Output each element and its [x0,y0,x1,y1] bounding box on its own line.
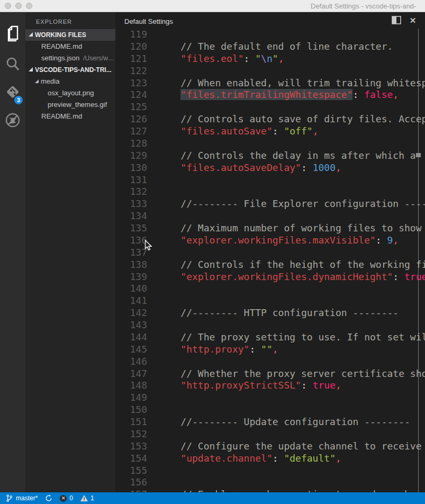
line-number: 127 [115,125,147,138]
code-line-156[interactable]: 156 [115,476,425,489]
line-content: // When enabled, will trim trailing whit… [158,77,425,89]
tree-item-readme-md[interactable]: README.md [25,111,115,122]
file-path-hint: /Users/w… [83,55,114,62]
code-line-151[interactable]: 151 //-------- Update configuration ----… [115,416,425,428]
line-number: 134 [115,210,147,222]
line-number: 131 [115,174,147,186]
code-line-130[interactable]: 130 "files.autoSaveDelay": 1000, [115,162,425,174]
close-editor-button[interactable]: ✕ [408,16,418,25]
line-number: 149 [115,392,147,404]
code-line-152[interactable]: 152 [115,428,425,440]
sidebar-item-search[interactable] [0,50,25,78]
editor-title-bar: Default Settings ✕ [115,12,425,29]
line-number: 143 [115,319,147,331]
code-line-155[interactable]: 155 [115,465,425,477]
tree-item-preview-themes-gif[interactable]: preview_themes.gif [25,99,115,111]
tree-item-media[interactable]: media [25,76,115,87]
line-number: 139 [115,271,147,283]
line-number: 147 [115,368,147,380]
chevron-expanded-icon [35,79,39,83]
sync-button[interactable] [45,492,52,504]
code-line-133[interactable]: 133 //-------- File Explorer configurati… [115,198,425,210]
line-content: // Enables crash reporting to send crash… [158,489,425,492]
warning-count: 1 [91,494,94,502]
code-line-122[interactable]: 122 [115,65,425,77]
minimize-traffic-light[interactable] [15,3,22,9]
sidebar-item-debug[interactable] [0,106,25,134]
tree-item-osx-layout-png[interactable]: osx_layout.png [25,87,115,99]
code-line-154[interactable]: 154 "update.channel": "default", [115,453,425,465]
line-number: 150 [115,404,147,416]
code-line-129[interactable]: 129 // Controls the delay in ms after wh… [115,150,425,162]
code-line-135[interactable]: 135 // Maximum number of working files t… [115,222,425,235]
close-traffic-light[interactable] [5,3,11,9]
code-line-124[interactable]: 124 "files.trimTrailingWhitespace": fals… [115,89,425,101]
line-number: 122 [115,65,147,77]
code-line-141[interactable]: 141 [115,295,425,307]
line-content: // Whether the proxy server certificate … [158,368,425,380]
code-line-138[interactable]: 138 // Controls if the height of the wor… [115,259,425,271]
code-line-143[interactable]: 143 [115,319,425,331]
code-line-146[interactable]: 146 [115,356,425,368]
line-number: 145 [115,344,147,356]
vscode-window: Default Settings - vscode-tips-and- [0,0,425,504]
section-header-working-files[interactable]: WORKING FILES [25,29,115,41]
line-content: // Controls if the height of the working… [158,259,425,271]
line-content: // The default end of line character. [158,41,393,53]
macos-titlebar[interactable]: Default Settings - vscode-tips-and- [0,0,425,12]
zoom-traffic-light[interactable] [26,3,32,9]
code-line-153[interactable]: 153 // Configure the update channel to r… [115,440,425,453]
line-number: 138 [115,259,147,271]
code-line-127[interactable]: 127 "files.autoSave": "off", [115,125,425,138]
code-line-157[interactable]: 157 // Enables crash reporting to send c… [115,489,425,492]
problems-status[interactable]: ✕ 0 ! 1 [60,492,94,504]
tree-item-readme-md[interactable]: README.md [25,41,115,52]
code-line-120[interactable]: 120 // The default end of line character… [115,41,425,53]
split-editor-button[interactable] [392,16,401,25]
git-branch-status[interactable]: master* [5,492,38,504]
explorer-tree: WORKING FILESREADME.mdsettings.json/User… [25,29,115,122]
code-line-126[interactable]: 126 // Controls auto save of dirty files… [115,113,425,125]
code-line-123[interactable]: 123 // When enabled, will trim trailing … [115,77,425,89]
sidebar-item-source-control[interactable]: 3 [0,78,25,105]
code-line-119[interactable]: 119 [115,29,425,41]
overview-ruler-marker [416,153,421,157]
line-number: 144 [115,331,147,344]
line-number: 125 [115,101,147,113]
code-line-137[interactable]: 137 [115,247,425,259]
explorer-sidebar: EXPLORER WORKING FILESREADME.mdsettings.… [25,12,115,492]
scrollbar-track-line[interactable] [418,29,419,492]
line-number: 132 [115,186,147,198]
line-content: "files.trimTrailingWhitespace": false, [158,89,399,101]
item-label: WORKING FILES [35,31,86,39]
code-line-144[interactable]: 144 // The proxy setting to use. If not … [115,331,425,344]
tree-item-settings-json[interactable]: settings.json/Users/w… [25,52,115,64]
code-line-150[interactable]: 150 [115,404,425,416]
code-line-131[interactable]: 131 [115,174,425,186]
sync-icon [45,494,52,502]
line-number: 135 [115,222,147,235]
code-line-132[interactable]: 132 [115,186,425,198]
line-number: 154 [115,453,147,465]
editor-group: Default Settings ✕ 119120 // The default… [115,12,425,492]
line-number: 155 [115,465,147,477]
code-line-139[interactable]: 139 "explorer.workingFiles.dynamicHeight… [115,271,425,283]
item-label: VSCODE-TIPS-AND-TRI... [35,66,112,74]
code-line-148[interactable]: 148 "http.proxyStrictSSL": true, [115,380,425,392]
code-line-125[interactable]: 125 [115,101,425,113]
code-line-140[interactable]: 140 [115,283,425,295]
line-number: 137 [115,247,147,259]
editor-tab-label: Default Settings [124,17,173,25]
line-number: 142 [115,307,147,319]
code-line-142[interactable]: 142 //-------- HTTP configuration ------… [115,307,425,319]
code-line-147[interactable]: 147 // Whether the proxy server certific… [115,368,425,380]
code-line-134[interactable]: 134 [115,210,425,222]
line-number: 153 [115,440,147,453]
section-header-vscode-tips-and-tri-[interactable]: VSCODE-TIPS-AND-TRI... [25,64,115,76]
code-line-149[interactable]: 149 [115,392,425,404]
code-line-121[interactable]: 121 "files.eol": "\n", [115,53,425,65]
code-line-136[interactable]: 136 "explorer.workingFiles.maxVisible": … [115,235,425,247]
code-line-128[interactable]: 128 [115,138,425,150]
code-line-145[interactable]: 145 "http.proxy": "", [115,344,425,356]
sidebar-item-explorer[interactable] [0,21,25,48]
